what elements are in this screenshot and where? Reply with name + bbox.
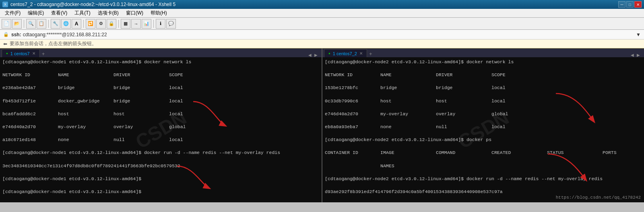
left-terminal-content: CSDN [cdtaogang@docker-node1 etcd-v3.0.1… (0, 57, 322, 202)
right-tab-nav: ◀ ▶ (631, 53, 642, 57)
close-button[interactable]: ✕ (634, 1, 642, 8)
main-area: ● 1 centos7 ✕ + ◀ ▶ CSDN [cdtaogang@dock… (0, 48, 644, 202)
toolbar-new[interactable]: 📄 (2, 19, 11, 29)
right-tab-prev[interactable]: ◀ (631, 53, 636, 57)
sep4 (118, 20, 119, 28)
title-bar: X centos7_2 - cdtaogang@docker-node2:~/e… (0, 0, 644, 9)
left-tab-next[interactable]: ▶ (314, 53, 320, 57)
left-tab-dot: ● (6, 52, 8, 55)
right-tab-bar: ● 1 centos7_2 ✕ + ◀ ▶ (322, 48, 644, 57)
right-terminal-text: [cdtaogang@docker-node2 etcd-v3.0.12-lin… (325, 59, 642, 202)
info-text: 要添加当前会话，点击左侧的箭头按钮。 (10, 40, 97, 47)
sep2 (48, 20, 49, 28)
csdn-link-container: https://blog.csdn.net/qq_4178242 (556, 194, 641, 201)
toolbar-chat[interactable]: 💬 (166, 19, 176, 29)
menu-tab[interactable]: 选项卡(B) (95, 9, 122, 17)
left-tab-prev[interactable]: ◀ (308, 53, 314, 57)
toolbar-copy[interactable]: 📋 (37, 19, 46, 29)
address-value: cdtaogang:********@192.168.88.211:22 (23, 32, 107, 37)
toolbar-globe[interactable]: 🌐 (61, 19, 71, 29)
right-tab-centos7-2[interactable]: ● 1 centos7_2 ✕ (324, 49, 367, 57)
menu-help[interactable]: 帮助(H) (147, 9, 170, 17)
sep1 (24, 20, 24, 28)
info-bar: ⬅ 要添加当前会话，点击左侧的箭头按钮。 (0, 39, 644, 48)
toolbar-info[interactable]: ℹ (156, 19, 165, 29)
toolbar-lock[interactable]: 🔒 (107, 19, 116, 29)
toolbar-settings[interactable]: ⚙ (96, 19, 106, 29)
maximize-button[interactable]: □ (626, 1, 634, 8)
left-tab-close[interactable]: ✕ (32, 51, 35, 56)
menu-tools[interactable]: 工具(T) (71, 9, 93, 17)
right-tab-add[interactable]: + (367, 50, 374, 57)
left-terminal-text: [cdtaogang@docker-node1 etcd-v3.0.12-lin… (2, 59, 319, 202)
right-tab-dot: ● (328, 52, 330, 55)
toolbar: 📄 📂 🔍 📋 🔧 🌐 A 🔁 ⚙ 🔒 ▦ → 📊 ℹ 💬 (0, 18, 644, 30)
toolbar-tools[interactable]: 🔧 (51, 19, 60, 29)
left-tab-label: 1 centos7 (10, 51, 30, 56)
window-title: centos7_2 - cdtaogang@docker-node2:~/etc… (10, 2, 175, 7)
right-tab-label: 1 centos7_2 (333, 51, 357, 56)
minimize-button[interactable]: ─ (618, 1, 625, 8)
left-terminal-panel: ● 1 centos7 ✕ + ◀ ▶ CSDN [cdtaogang@dock… (0, 48, 322, 202)
toolbar-open[interactable]: 📂 (12, 19, 22, 29)
csdn-link: https://blog.csdn.net/qq_4178242 (556, 195, 641, 200)
window-controls: ─ □ ✕ (618, 1, 642, 8)
menu-window[interactable]: 窗口(W) (123, 9, 147, 17)
left-tab-add[interactable]: + (40, 50, 47, 57)
toolbar-search[interactable]: 🔍 (26, 19, 36, 29)
menu-view[interactable]: 查看(V) (48, 9, 70, 17)
menu-file[interactable]: 文件(F) (2, 9, 24, 17)
address-bar: 🔒 ssh: cdtaogang:********@192.168.88.211… (0, 30, 644, 39)
app-icon: X (2, 2, 8, 7)
toolbar-arrow[interactable]: → (131, 19, 141, 29)
info-icon: ⬅ (3, 41, 7, 47)
right-tab-close[interactable]: ✕ (359, 51, 363, 56)
menu-edit[interactable]: 编辑(E) (25, 9, 47, 17)
lock-icon: 🔒 (3, 32, 9, 37)
left-tab-bar: ● 1 centos7 ✕ + ◀ ▶ (0, 48, 322, 57)
left-tab-centos7[interactable]: ● 1 centos7 ✕ (2, 49, 40, 57)
address-label: ssh: (11, 32, 21, 37)
right-tab-next[interactable]: ▶ (637, 53, 642, 57)
title-bar-left: X centos7_2 - cdtaogang@docker-node2:~/e… (2, 2, 175, 7)
menu-bar: 文件(F) 编辑(E) 查看(V) 工具(T) 选项卡(B) 窗口(W) 帮助(… (0, 9, 644, 18)
right-terminal-content: CSDN [cdtaogang@docker-node2 etcd-v3.0.1… (322, 57, 644, 202)
sep3 (83, 20, 84, 28)
address-dropdown[interactable]: ▼ (636, 32, 641, 37)
toolbar-chart[interactable]: 📊 (142, 19, 151, 29)
toolbar-font[interactable]: A (72, 19, 81, 29)
toolbar-sync[interactable]: 🔁 (86, 19, 95, 29)
right-terminal-panel: ● 1 centos7_2 ✕ + ◀ ▶ CSDN [cdtaogang@do… (322, 48, 644, 202)
left-tab-nav: ◀ ▶ (308, 53, 320, 57)
toolbar-layout[interactable]: ▦ (121, 19, 130, 29)
sep5 (153, 20, 154, 28)
